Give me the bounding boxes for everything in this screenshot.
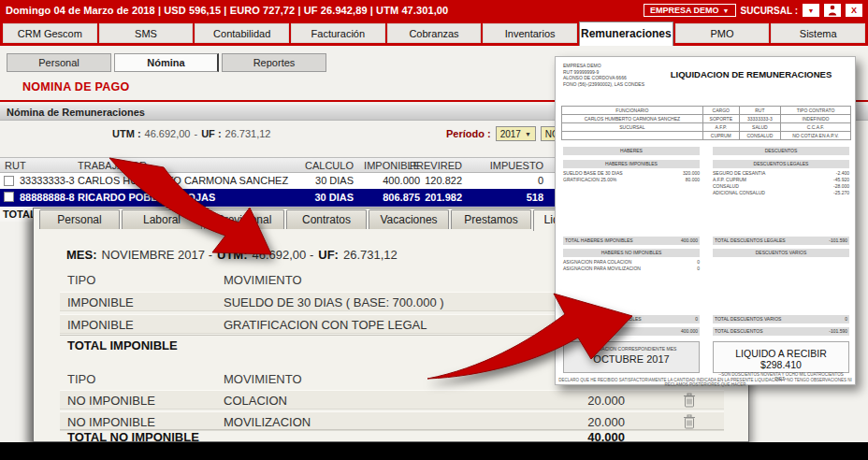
- tab-sistema[interactable]: Sistema: [771, 23, 865, 43]
- line-label: CONSALUD: [713, 183, 739, 190]
- uf-label: UF:: [318, 248, 339, 262]
- info-header: A.F.P.: [702, 123, 739, 132]
- user-button[interactable]: [824, 4, 841, 17]
- descuentos-section-bar: DESCUENTOS: [713, 147, 849, 155]
- col-movimiento: MOVIMIENTO: [224, 369, 302, 389]
- line-label: A.F.P. CUPRUM: [713, 177, 746, 183]
- info-cell: 33333333-3: [739, 115, 780, 123]
- haberes-imponibles-bar: HABERES IMPONIBLES: [563, 160, 700, 168]
- row-checkbox[interactable]: [4, 176, 14, 186]
- tab-facturacion[interactable]: Facturación: [291, 23, 385, 43]
- payslip-period-box: LIQUIDACION CORRESPONDIENTE MES OCTUBRE …: [563, 341, 700, 373]
- payslip-company-block: EMPRESA DEMO RUT 99999999-9 ALONSO DE CO…: [563, 63, 644, 87]
- bar-label: TOTAL HABERES IMPONIBLES: [565, 237, 633, 245]
- payslip-title: LIQUIDACION DE REMUNERACIONES: [653, 69, 849, 79]
- info-header: CARGO: [702, 107, 739, 115]
- ptab-personal[interactable]: Personal: [39, 209, 120, 229]
- info-cell: [562, 132, 703, 140]
- info-header: SUCURSAL: [562, 123, 703, 132]
- total-descuentos-varios-bar: TOTAL DESCUENTOS VARIOS 0: [713, 315, 849, 323]
- cell-calculo: 30 DIAS: [269, 189, 354, 207]
- header-calculo: CALCULO: [269, 158, 354, 174]
- line-value: 0: [697, 259, 700, 266]
- tab-sms[interactable]: SMS: [99, 23, 194, 43]
- subtab-nomina[interactable]: Nómina: [114, 53, 219, 72]
- info-header: C.C.A.F.: [780, 123, 850, 132]
- liquido-amount: LIQUIDO A RECIBIR $298.410: [714, 348, 848, 370]
- bar-label: TOTAL DESCUENTOS VARIOS: [715, 315, 781, 323]
- table-row-selected[interactable]: 88888888-8 RICARDO POBLETE ROJAS 30 DIAS…: [0, 189, 561, 207]
- liquidacion-period-line: MES: NOVIEMBRE 2017 - UTM: 46.692,00 - U…: [66, 248, 398, 262]
- row-movimiento: COLACION: [224, 391, 287, 410]
- sucursal-dropdown[interactable]: ▼: [803, 4, 819, 17]
- chevron-down-icon: ▼: [808, 7, 815, 14]
- row-amount: 20.000: [522, 391, 625, 410]
- ptab-previsional[interactable]: Previsional: [204, 209, 284, 229]
- subtab-reportes[interactable]: Reportes: [222, 53, 326, 72]
- bar-label: TOTAL HABERES NO IMPONIBLES: [565, 315, 642, 323]
- liquidacion-row: NO IMPONIBLE COLACION 20.000: [60, 390, 724, 410]
- tab-pmo[interactable]: PMO: [675, 23, 770, 43]
- payslip-preview: EMPRESA DEMO RUT 99999999-9 ALONSO DE CO…: [555, 56, 856, 385]
- line-value: 0: [697, 266, 700, 272]
- bar-label: TOTAL DESCUENTOS: [715, 327, 763, 336]
- chevron-down-icon: ▼: [723, 7, 730, 14]
- payroll-table-header: RUT TRABAJADOR CALCULO IMPONIBLE PREVIRE…: [0, 157, 561, 173]
- delete-row-button[interactable]: [683, 414, 698, 430]
- descuentos-legales-items: SEGURO DE CESANTIA -2.400 A.F.P. CUPRUM …: [713, 170, 849, 196]
- tab-remuneraciones[interactable]: Remuneraciones: [579, 22, 673, 46]
- trash-icon: [683, 414, 696, 429]
- tab-cobranzas[interactable]: Cobranzas: [387, 23, 482, 43]
- subtab-personal[interactable]: Personal: [7, 53, 111, 72]
- tab-inventarios[interactable]: Inventarios: [483, 23, 577, 43]
- bar-value: 400.000: [681, 237, 698, 245]
- uf-value: 26.731,12: [225, 128, 271, 139]
- ptab-vacaciones[interactable]: Vacaciones: [369, 209, 449, 229]
- sucursal-label: SUCURSAL :: [741, 6, 798, 16]
- line-value: -45.920: [833, 177, 849, 183]
- row-checkbox[interactable]: [4, 192, 14, 202]
- trash-icon: [683, 393, 696, 408]
- mes-value: NOVIEMBRE 2017 -: [102, 248, 213, 262]
- cell-previred: 201.982: [397, 189, 462, 207]
- ptab-prestamos[interactable]: Prestamos: [451, 209, 531, 229]
- chevron-down-icon: ▼: [525, 131, 531, 137]
- period-year-select[interactable]: 2017 ▼: [496, 126, 536, 141]
- payslip-footer-declaration: DECLARO QUE HE RECIBIDO SATISFACTORIAMEN…: [556, 378, 855, 387]
- descuentos-legales-bar: DESCUENTOS LEGALES: [713, 160, 849, 168]
- total-haberes-bar: TOTAL HABERES 400.000: [563, 327, 700, 336]
- payslip-line: ADICIONAL CONSALUD -25.270: [713, 190, 849, 196]
- col-tipo: TIPO: [67, 270, 95, 290]
- tab-crm-gescom[interactable]: CRM Gescom: [3, 23, 97, 43]
- payslip-line: SUELDO BASE DE 30 DIAS 320.000: [563, 170, 700, 177]
- table-row[interactable]: 33333333-3 CARLOS HUMBERTO CARMONA SANCH…: [0, 173, 561, 189]
- bar-value: -101.590: [829, 327, 847, 336]
- payslip-line: ASIGNACION PARA COLACION 0: [563, 259, 700, 266]
- company-selector[interactable]: EMPRESA DEMO ▼: [644, 4, 736, 17]
- info-cell: NO COTIZA EN A.P.V.: [780, 132, 850, 140]
- close-icon: X: [851, 6, 857, 15]
- cell-rut: 88888888-8: [20, 189, 75, 207]
- bar-value: -101.590: [829, 237, 847, 245]
- cell-rut: 33333333-3: [20, 173, 75, 189]
- period-label: Período :: [446, 128, 491, 139]
- row-tipo: NO IMPONIBLE: [67, 391, 155, 410]
- module-subnav: Personal Nómina Reportes: [7, 53, 326, 72]
- utm-label: UTM :: [112, 128, 141, 139]
- delete-row-button[interactable]: [683, 393, 698, 409]
- info-header: RUT: [739, 107, 780, 115]
- top-status-bar: Domingo 04 de Marzo de 2018 | USD 596,15…: [0, 0, 868, 21]
- close-button[interactable]: X: [846, 4, 862, 17]
- header-impuesto: IMPUESTO: [469, 158, 543, 174]
- bottom-black-bar: [0, 442, 868, 460]
- haberes-section-bar: HABERES: [563, 147, 700, 155]
- tab-contabilidad[interactable]: Contabilidad: [195, 23, 289, 43]
- total-haberes-no-imponibles-bar: TOTAL HABERES NO IMPONIBLES 0: [563, 315, 700, 323]
- cell-impuesto: 518: [469, 189, 543, 207]
- ptab-laboral[interactable]: Laboral: [122, 209, 202, 229]
- header-trabajador: TRABAJADOR: [78, 158, 147, 174]
- line-value: -2.400: [836, 170, 849, 177]
- ptab-contratos[interactable]: Contratos: [286, 209, 367, 229]
- bar-value: 400.000: [681, 327, 698, 336]
- line-label: ASIGNACION PARA COLACION: [563, 259, 631, 266]
